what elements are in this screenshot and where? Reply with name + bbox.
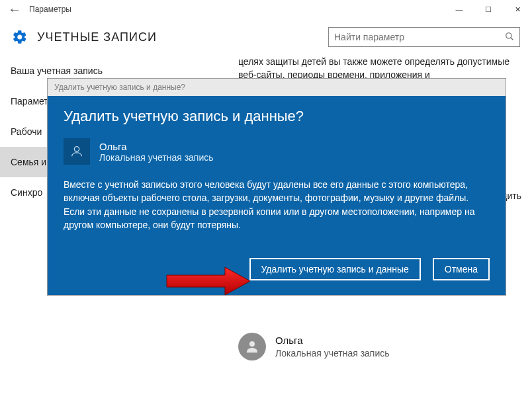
sidebar-item-label: Рабочи (11, 126, 42, 137)
dialog-account-type: Локальная учетная запись (99, 152, 214, 163)
avatar-icon (238, 333, 266, 360)
close-button[interactable]: ✕ (503, 0, 532, 19)
user-row[interactable]: Ольга Локальная учетная запись (238, 333, 519, 360)
back-button[interactable]: ← (8, 2, 29, 17)
sidebar-item-label: Синхро (11, 187, 42, 198)
dialog-description: Вместе с учетной записью этого человека … (64, 178, 490, 231)
svg-line-1 (511, 37, 513, 40)
svg-point-3 (74, 147, 79, 151)
search-icon (505, 32, 514, 43)
gear-icon (12, 29, 28, 45)
dialog-account-row: Ольга Локальная учетная запись (64, 138, 490, 165)
description-text: целях защиты детей вы также можете опред… (238, 56, 519, 81)
user-name: Ольга (275, 333, 390, 347)
svg-point-2 (249, 341, 255, 347)
page-title: УЧЕТНЫЕ ЗАПИСИ (37, 30, 328, 44)
dialog-actions: Удалить учетную запись и данные Отмена (64, 258, 490, 280)
search-input[interactable] (334, 32, 505, 42)
svg-point-0 (506, 32, 511, 38)
maximize-button[interactable]: ☐ (474, 0, 503, 19)
dialog-titlebar: Удалить учетную запись и данные? (48, 79, 506, 96)
dialog-heading: Удалить учетную запись и данные? (64, 108, 490, 125)
sidebar-item-label: Семья и (11, 157, 46, 167)
dialog-account-name: Ольга (99, 141, 214, 152)
cancel-button[interactable]: Отмена (433, 258, 490, 280)
window-titlebar: ← Параметры — ☐ ✕ (0, 0, 532, 19)
delete-account-button[interactable]: Удалить учетную запись и данные (249, 258, 421, 280)
page-header: УЧЕТНЫЕ ЗАПИСИ (0, 19, 532, 56)
user-type: Локальная учетная запись (275, 347, 390, 360)
window-title: Параметры (29, 5, 445, 14)
search-box[interactable] (328, 27, 520, 47)
minimize-button[interactable]: — (445, 0, 474, 19)
delete-account-dialog: Удалить учетную запись и данные? Удалить… (48, 79, 506, 295)
user-icon (64, 138, 90, 165)
sidebar-item-label: Ваша учетная запись (11, 65, 103, 76)
